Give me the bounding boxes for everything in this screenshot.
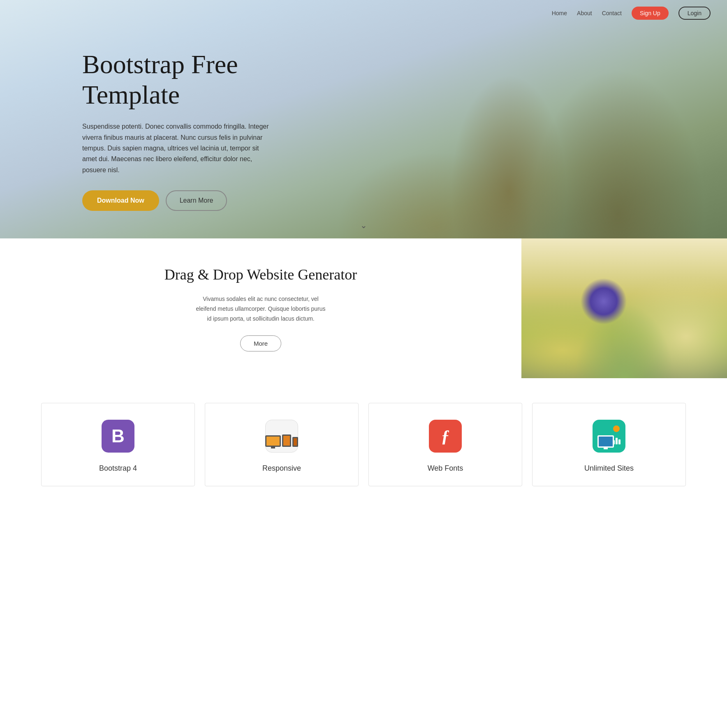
bar-1 xyxy=(613,440,615,444)
font-f-icon: ƒ xyxy=(441,426,450,446)
responsive-icon xyxy=(265,420,298,453)
unlimited-icon-inner xyxy=(597,425,620,448)
nav-about[interactable]: About xyxy=(577,10,592,16)
features-grid: B Bootstrap 4 Responsive ƒ Web Fonts xyxy=(41,403,686,486)
feature-card-webfonts: ƒ Web Fonts xyxy=(368,403,522,486)
learn-more-button[interactable]: Learn More xyxy=(166,190,227,211)
unlimited-chart xyxy=(613,438,620,444)
webfonts-icon: ƒ xyxy=(429,420,462,453)
drag-drop-section: Drag & Drop Website Generator Vivamus so… xyxy=(0,238,727,378)
features-section: B Bootstrap 4 Responsive ƒ Web Fonts xyxy=(0,378,727,511)
scroll-indicator: ⌄ xyxy=(360,220,367,230)
more-button[interactable]: More xyxy=(240,335,281,351)
feature-card-responsive: Responsive xyxy=(205,403,359,486)
signup-button[interactable]: Sign Up xyxy=(632,7,669,20)
flower-background xyxy=(521,238,727,378)
drag-drop-title: Drag & Drop Website Generator xyxy=(164,265,357,284)
tablet-device xyxy=(282,434,291,447)
nav-links: Home About Contact Sign Up Login xyxy=(552,7,711,20)
device-icon-group xyxy=(265,425,298,447)
feature-card-unlimited: Unlimited Sites xyxy=(532,403,686,486)
login-button[interactable]: Login xyxy=(678,7,711,20)
hero-content: Bootstrap Free Template Suspendisse pote… xyxy=(0,0,280,211)
bar-2 xyxy=(616,438,618,444)
bar-3 xyxy=(618,439,620,444)
hero-title: Bootstrap Free Template xyxy=(82,49,280,110)
navbar: Home About Contact Sign Up Login xyxy=(0,0,727,26)
nav-contact[interactable]: Contact xyxy=(602,10,622,16)
hero-section: Bootstrap Free Template Suspendisse pote… xyxy=(0,0,727,238)
bootstrap-icon: B xyxy=(102,420,134,453)
feature-label-responsive: Responsive xyxy=(262,464,301,473)
feature-label-bootstrap: Bootstrap 4 xyxy=(99,464,137,473)
monitor-device xyxy=(265,435,281,447)
feature-card-bootstrap: B Bootstrap 4 xyxy=(41,403,195,486)
drag-drop-left: Drag & Drop Website Generator Vivamus so… xyxy=(0,238,521,378)
phone-device xyxy=(292,437,298,447)
feature-label-unlimited: Unlimited Sites xyxy=(584,464,634,473)
drag-drop-image xyxy=(521,238,727,378)
nav-home[interactable]: Home xyxy=(552,10,567,16)
unlimited-icon xyxy=(593,420,625,453)
feature-label-webfonts: Web Fonts xyxy=(428,464,463,473)
clock-badge xyxy=(612,425,620,433)
hero-buttons: Download Now Learn More xyxy=(82,190,280,211)
unlimited-monitor xyxy=(597,435,614,448)
drag-drop-text: Vivamus sodales elit ac nunc consectetur… xyxy=(195,294,326,324)
download-now-button[interactable]: Download Now xyxy=(82,190,159,211)
hero-subtitle: Suspendisse potenti. Donec convallis com… xyxy=(82,121,271,176)
